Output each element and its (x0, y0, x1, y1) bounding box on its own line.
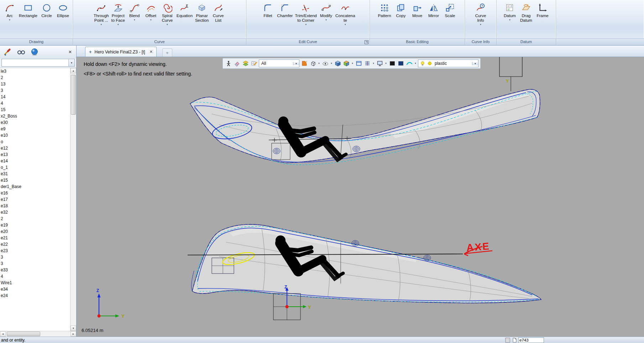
trim-extend-button[interactable]: Trim/Extend to Corner ▾ (294, 1, 318, 26)
sphere-icon[interactable] (30, 47, 39, 57)
chamfer-button[interactable]: Chamfer (276, 1, 294, 19)
scroll-up-icon[interactable]: ▲ (70, 68, 76, 73)
list-item[interactable]: e9 (0, 126, 70, 132)
monitor-icon[interactable] (376, 60, 383, 67)
list-item[interactable]: e33 (0, 267, 70, 273)
scroll-left-icon[interactable]: ◄ (0, 331, 6, 337)
list-item[interactable]: o (0, 139, 70, 145)
lower-hull[interactable] (188, 224, 541, 303)
through-point-button[interactable]: Through Point ... ▾ (93, 1, 110, 26)
dialog-launcher-icon[interactable] (365, 40, 368, 44)
list-item[interactable]: e32 (0, 209, 70, 215)
glasses-icon[interactable] (16, 47, 26, 57)
list-item[interactable]: 15 (0, 106, 70, 113)
list-item[interactable]: e13 (0, 151, 70, 158)
list-item[interactable]: 3 (0, 87, 70, 94)
chevron-down-icon[interactable]: ▾ (384, 62, 387, 65)
pattern-button[interactable]: Pattern (376, 1, 393, 19)
list-item[interactable]: e31 (0, 171, 70, 177)
offset-button[interactable]: Offset ▾ (143, 1, 159, 22)
list-item[interactable]: 14 (0, 94, 70, 100)
rectangle-button[interactable]: Rectangle (18, 1, 38, 19)
navy-color-swatch[interactable] (397, 60, 404, 67)
upper-hull[interactable] (190, 89, 540, 165)
render-cube-icon[interactable] (342, 60, 350, 67)
sidebar-horizontal-scrollbar[interactable]: ◄ ► (0, 331, 76, 337)
sidebar-filter-dropdown[interactable]: ▾ (1, 59, 75, 67)
list-item[interactable]: 4 (0, 100, 70, 106)
datum-button[interactable]: 123 Datum ▾ (502, 1, 518, 22)
filter-edit-icon[interactable] (250, 60, 258, 67)
equation-button[interactable]: Σ Equation (176, 1, 194, 19)
blend-button[interactable]: Blend ▾ (126, 1, 143, 22)
list-item[interactable]: 4 (0, 273, 70, 280)
list-item[interactable]: der1_Base (0, 183, 70, 190)
spiral-curve-button[interactable]: Spiral Curve ▾ (159, 1, 176, 26)
list-item[interactable]: e23 (0, 248, 70, 254)
project-to-face-button[interactable]: Project to Face ▾ (110, 1, 126, 26)
list-item[interactable]: 3 (0, 260, 70, 267)
close-icon[interactable]: ✕ (150, 50, 153, 54)
chevron-down-icon[interactable]: ▾ (472, 62, 478, 65)
concatenate-button[interactable]: Concatena te ▾ (334, 1, 356, 26)
list-item[interactable]: e10 (0, 132, 70, 139)
list-item[interactable]: 2 (0, 215, 70, 222)
curve-info-button[interactable]: ? Curve Info ▾ (472, 1, 489, 26)
chevron-down-icon[interactable]: ▾ (68, 59, 74, 66)
chevron-down-icon[interactable]: ▾ (318, 62, 320, 65)
copy-button[interactable]: Copy (393, 1, 409, 19)
chevron-down-icon[interactable]: ▾ (372, 62, 375, 65)
hatch-icon[interactable] (363, 60, 371, 67)
teal-wave-icon[interactable] (405, 60, 413, 67)
scrollbar-thumb[interactable] (7, 332, 40, 336)
list-item[interactable]: e34 (0, 286, 70, 292)
mirror-button[interactable]: Mirror (425, 1, 442, 19)
scale-button[interactable]: Scale (442, 1, 458, 19)
selection-filter-dropdown[interactable]: All ▾ (259, 59, 299, 67)
list-item[interactable]: 2 (0, 74, 70, 81)
datum-frame[interactable]: Y (499, 57, 522, 91)
modify-button[interactable]: Modify ▾ (318, 1, 334, 22)
fillet-button[interactable]: Fillet (260, 1, 276, 19)
list-item[interactable]: e19 (0, 222, 70, 228)
shaded-cube-icon[interactable] (334, 60, 341, 67)
close-icon[interactable]: ✕ (67, 50, 73, 54)
chevron-down-icon[interactable]: ▾ (351, 62, 354, 65)
list-item[interactable]: Wire1 (0, 280, 70, 286)
model-canvas[interactable]: AXE Y Z Y (77, 57, 644, 337)
list-item[interactable]: e20 (0, 228, 70, 235)
scroll-right-icon[interactable]: ► (70, 331, 76, 337)
ellipse-button[interactable]: Ellipse (55, 1, 71, 19)
list-item[interactable]: e22 (0, 241, 70, 248)
axe-annotation[interactable]: AXE (464, 240, 492, 256)
list-item[interactable]: 13 (0, 81, 70, 87)
list-item[interactable]: 3 (0, 254, 70, 260)
list-item[interactable]: e16 (0, 190, 70, 196)
material-dropdown[interactable]: plastic ▾ (418, 59, 478, 67)
list-item[interactable]: e14 (0, 158, 70, 164)
curve-list-button[interactable]: Curve List (210, 1, 226, 24)
list-item[interactable]: e12 (0, 145, 70, 151)
command-input[interactable] (518, 337, 544, 343)
list-item[interactable]: e21 (0, 235, 70, 241)
layers-icon[interactable] (242, 60, 249, 67)
chevron-down-icon[interactable]: ▾ (414, 62, 417, 65)
move-button[interactable]: Move (409, 1, 425, 19)
frame-button[interactable]: Frame (534, 1, 551, 19)
list-item[interactable]: e18 (0, 203, 70, 209)
planar-section-button[interactable]: Planar Section (194, 1, 210, 24)
list-item[interactable]: e24 (0, 292, 70, 299)
window-frame-icon[interactable] (355, 60, 362, 67)
chevron-down-icon[interactable]: ▾ (293, 62, 299, 65)
black-color-swatch[interactable] (388, 60, 396, 67)
scroll-down-icon[interactable]: ▼ (70, 326, 76, 331)
eye-icon[interactable] (321, 60, 329, 67)
list-item[interactable]: le3 (0, 68, 70, 74)
document-tab[interactable]: + Hero Vehicle Final2.Z3 - [t] ✕ (85, 47, 157, 57)
model-viewport[interactable]: AXE Y Z Y (77, 57, 644, 337)
chevron-down-icon[interactable]: ▾ (330, 62, 333, 65)
render-figure-icon[interactable] (225, 60, 232, 67)
new-tab-button[interactable]: + (162, 48, 172, 57)
drag-datum-button[interactable]: Drag Datum (518, 1, 534, 24)
document-icon[interactable] (512, 337, 517, 343)
